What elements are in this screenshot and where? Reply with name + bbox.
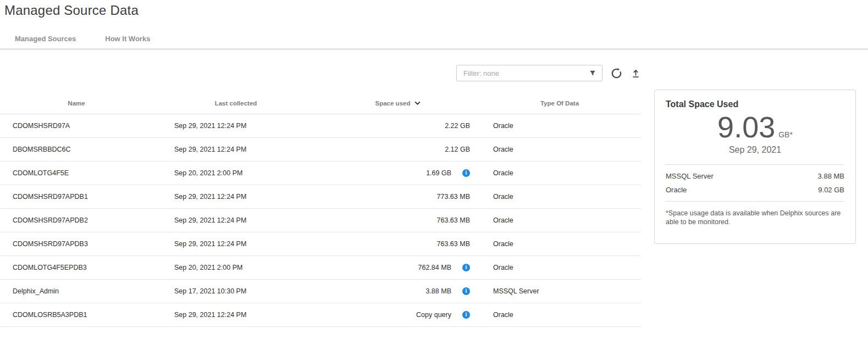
space-used-cell: 773.63 MB	[319, 193, 478, 201]
total-space-date: Sep 29, 2021	[666, 145, 844, 155]
column-header-name[interactable]: Name	[0, 100, 153, 107]
space-used-cell: 762.84 MB i	[319, 264, 478, 271]
data-type: MSSQL Server	[478, 287, 641, 295]
space-used-cell: 1.69 GB i	[319, 169, 478, 177]
breakdown-value: 9.02 GB	[818, 186, 844, 194]
space-used-cell: 3.88 MB i	[319, 287, 478, 295]
last-collected: Sep 20, 2021 2:00 PM	[153, 169, 319, 177]
total-space-unit: GB*	[778, 130, 793, 139]
space-used-value: 2.12 GB	[445, 146, 470, 153]
last-collected: Sep 29, 2021 12:24 PM	[153, 216, 319, 224]
source-name: DBOMSRBBDC6C	[0, 146, 153, 153]
space-used-value: 2.22 GB	[445, 122, 470, 130]
space-used-value: 763.63 MB	[437, 240, 470, 248]
upload-icon	[631, 68, 641, 79]
copy-query-button[interactable]: Copy query	[416, 311, 451, 319]
source-name: CDOMSHSRD97APDB1	[0, 193, 153, 201]
data-type: Oracle	[478, 169, 641, 177]
space-used-value: 773.63 MB	[437, 193, 470, 201]
source-name: CDOMLOSRB5A3PDB1	[0, 311, 153, 319]
funnel-icon[interactable]	[589, 69, 596, 77]
table-row: DBOMSRBBDC6C Sep 29, 2021 12:24 PM 2.12 …	[0, 138, 641, 162]
data-type: Oracle	[478, 311, 641, 319]
data-type: Oracle	[478, 264, 641, 271]
data-type: Oracle	[478, 216, 641, 224]
breakdown-row: MSSQL Server 3.88 MB	[666, 169, 844, 183]
total-space-hero: 9.03 GB*	[666, 112, 844, 143]
table-toolbar	[456, 65, 641, 81]
last-collected: Sep 29, 2021 12:24 PM	[153, 240, 319, 248]
table-row: CDOMSHSRD97APDB1 Sep 29, 2021 12:24 PM 7…	[0, 185, 641, 209]
table-row: Delphix_Admin Sep 17, 2021 10:30 PM 3.88…	[0, 280, 641, 303]
space-used-cell: 2.12 GB	[319, 146, 478, 153]
table-row: CDOMLOSRB5A3PDB1 Sep 29, 2021 12:24 PM C…	[0, 303, 641, 327]
space-used-value: 762.84 MB	[418, 264, 451, 271]
page-title: Managed Source Data	[4, 3, 139, 18]
space-breakdown-list: MSSQL Server 3.88 MB Oracle 9.02 GB	[666, 164, 844, 202]
source-name: Delphix_Admin	[0, 287, 153, 295]
space-used-value: 763.63 MB	[437, 216, 470, 224]
source-name: CDOMLOTG4F5E	[0, 169, 153, 177]
source-name: CDOMSHSRD97A	[0, 122, 153, 130]
table-row: CDOMLOTG4F5EPDB3 Sep 20, 2021 2:00 PM 76…	[0, 256, 641, 280]
tab-managed-sources[interactable]: Managed Sources	[15, 35, 76, 43]
filter-input[interactable]	[463, 69, 589, 77]
last-collected: Sep 29, 2021 12:24 PM	[153, 311, 319, 319]
info-icon[interactable]: i	[462, 169, 470, 177]
space-used-cell: 763.63 MB	[319, 216, 478, 224]
data-type: Oracle	[478, 122, 641, 130]
last-collected: Sep 29, 2021 12:24 PM	[153, 122, 319, 130]
total-space-used-panel: Total Space Used 9.03 GB* Sep 29, 2021 M…	[654, 90, 856, 244]
source-name: CDOMSHSRD97APDB2	[0, 216, 153, 224]
last-collected: Sep 20, 2021 2:00 PM	[153, 264, 319, 271]
refresh-icon	[610, 67, 623, 80]
info-icon[interactable]: i	[462, 264, 470, 271]
breakdown-label: MSSQL Server	[666, 172, 714, 180]
tab-bar: Managed Sources How It Works	[0, 29, 868, 50]
chevron-down-icon[interactable]	[413, 99, 422, 107]
last-collected: Sep 17, 2021 10:30 PM	[153, 287, 319, 295]
column-header-space-used[interactable]: Space used	[319, 99, 478, 107]
source-name: CDOMSHSRD97APDB3	[0, 240, 153, 248]
space-used-cell: Copy query i	[319, 311, 478, 319]
data-type: Oracle	[478, 240, 641, 248]
panel-footnote: *Space usage data is available when Delp…	[666, 209, 844, 227]
column-header-last-collected[interactable]: Last collected	[153, 100, 319, 107]
managed-sources-table: Name Last collected Space used Type Of D…	[0, 92, 641, 327]
space-used-value: 3.88 MB	[425, 287, 451, 295]
table-row: CDOMSHSRD97A Sep 29, 2021 12:24 PM 2.22 …	[0, 114, 641, 138]
tab-how-it-works[interactable]: How It Works	[105, 35, 150, 43]
export-button[interactable]	[631, 68, 641, 79]
breakdown-row: Oracle 9.02 GB	[666, 183, 844, 197]
panel-title: Total Space Used	[666, 99, 844, 109]
filter-box[interactable]	[456, 65, 602, 81]
last-collected: Sep 29, 2021 12:24 PM	[153, 146, 319, 153]
table-row: CDOMSHSRD97APDB3 Sep 29, 2021 12:24 PM 7…	[0, 232, 641, 256]
managed-source-data-page: Managed Source Data Managed Sources How …	[0, 0, 868, 339]
info-icon[interactable]: i	[462, 311, 470, 319]
space-used-cell: 2.22 GB	[319, 122, 478, 130]
space-used-value: 1.69 GB	[426, 169, 451, 177]
breakdown-label: Oracle	[666, 186, 687, 194]
table-header: Name Last collected Space used Type Of D…	[0, 92, 641, 114]
total-space-value: 9.03	[717, 112, 775, 143]
last-collected: Sep 29, 2021 12:24 PM	[153, 193, 319, 201]
column-header-type-of-data[interactable]: Type Of Data	[478, 100, 641, 107]
table-row: CDOMSHSRD97APDB2 Sep 29, 2021 12:24 PM 7…	[0, 209, 641, 232]
space-used-cell: 763.63 MB	[319, 240, 478, 248]
breakdown-value: 3.88 MB	[818, 172, 844, 180]
info-icon[interactable]: i	[462, 287, 470, 295]
table-row: CDOMLOTG4F5E Sep 20, 2021 2:00 PM 1.69 G…	[0, 162, 641, 185]
data-type: Oracle	[478, 146, 641, 153]
refresh-button[interactable]	[610, 67, 623, 80]
source-name: CDOMLOTG4F5EPDB3	[0, 264, 153, 271]
data-type: Oracle	[478, 193, 641, 201]
